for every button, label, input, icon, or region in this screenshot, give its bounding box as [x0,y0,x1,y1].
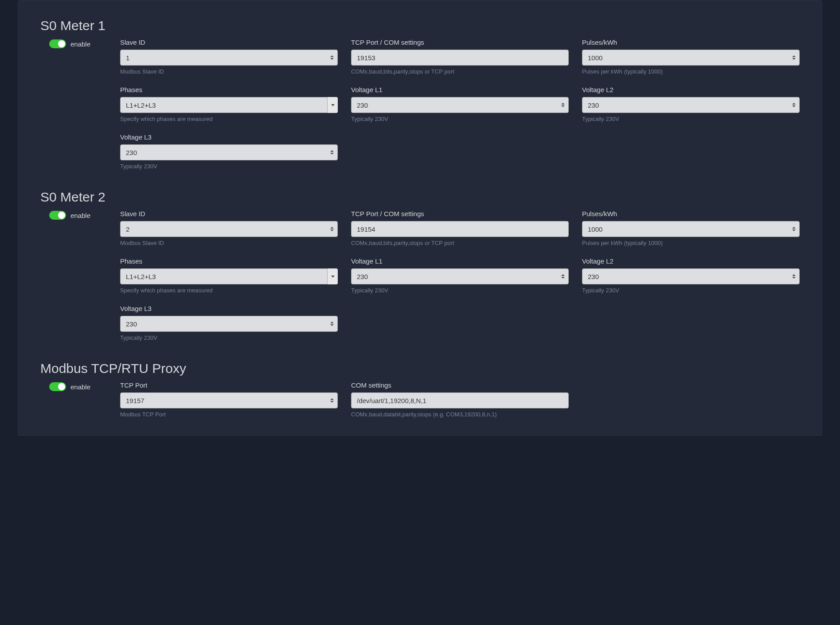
pulses-input-meter1[interactable] [582,50,800,66]
phases-select-meter2[interactable] [120,268,338,284]
voltage-l1-label: Voltage L1 [351,257,569,265]
voltage-l1-hint: Typically 230V [351,116,569,122]
section-title: S0 Meter 2 [40,190,800,205]
com-settings-label: COM settings [351,381,569,389]
settings-panel: S0 Meter 1 enable Slave ID M [18,0,822,436]
phases-hint: Specify which phases are measured [120,287,338,294]
voltage-l2-input-meter1[interactable] [582,97,800,113]
voltage-l1-hint: Typically 230V [351,287,569,294]
voltage-l1-label: Voltage L1 [351,86,569,93]
voltage-l3-hint: Typically 230V [120,334,338,341]
voltage-l2-input-meter2[interactable] [582,268,800,284]
voltage-l3-hint: Typically 230V [120,163,338,170]
section-title: Modbus TCP/RTU Proxy [40,361,800,376]
enable-label: enable [70,383,90,391]
voltage-l3-label: Voltage L3 [120,133,338,141]
voltage-l1-input-meter1[interactable] [351,97,569,113]
voltage-l2-hint: Typically 230V [582,116,800,122]
phases-select-meter1[interactable] [120,97,338,113]
phases-hint: Specify which phases are measured [120,116,338,122]
enable-toggle-meter2[interactable] [49,211,66,220]
slave-id-label: Slave ID [120,39,338,46]
voltage-l3-label: Voltage L3 [120,305,338,312]
tcp-port-hint: COMx,baud,bits,parity,stops or TCP port [351,240,569,246]
tcp-port-hint: COMx,baud,bits,parity,stops or TCP port [351,68,569,75]
phases-label: Phases [120,86,338,93]
section-s0-meter-2: S0 Meter 2 enable Slave ID M [40,190,800,341]
slave-id-input-meter1[interactable] [120,50,338,66]
com-settings-input-proxy[interactable] [351,392,569,408]
pulses-label: Pulses/kWh [582,39,800,46]
voltage-l3-input-meter1[interactable] [120,144,338,160]
section-title: S0 Meter 1 [40,18,800,33]
enable-label: enable [70,40,90,48]
pulses-input-meter2[interactable] [582,221,800,237]
com-settings-hint: COMx,baud,databit,parity,stops (e.g. COM… [351,411,569,418]
slave-id-input-meter2[interactable] [120,221,338,237]
slave-id-hint: Modbus Slave ID [120,240,338,246]
slave-id-hint: Modbus Slave ID [120,68,338,75]
section-s0-meter-1: S0 Meter 1 enable Slave ID M [40,18,800,170]
tcp-port-input-meter1[interactable] [351,50,569,66]
voltage-l2-label: Voltage L2 [582,257,800,265]
voltage-l2-hint: Typically 230V [582,287,800,294]
voltage-l3-input-meter2[interactable] [120,316,338,332]
enable-toggle-meter1[interactable] [49,39,66,48]
tcp-port-label: TCP Port [120,381,338,389]
enable-label: enable [70,212,90,219]
section-modbus-proxy: Modbus TCP/RTU Proxy enable TCP Port [40,361,800,418]
pulses-hint: Pulses per kWh (typically 1000) [582,68,800,75]
voltage-l1-input-meter2[interactable] [351,268,569,284]
pulses-hint: Pulses per kWh (typically 1000) [582,240,800,246]
tcp-port-label: TCP Port / COM settings [351,210,569,217]
pulses-label: Pulses/kWh [582,210,800,217]
voltage-l2-label: Voltage L2 [582,86,800,93]
tcp-port-label: TCP Port / COM settings [351,39,569,46]
tcp-port-input-meter2[interactable] [351,221,569,237]
phases-label: Phases [120,257,338,265]
enable-toggle-proxy[interactable] [49,382,66,391]
tcp-port-input-proxy[interactable] [120,392,338,408]
tcp-port-hint: Modbus TCP Port [120,411,338,418]
slave-id-label: Slave ID [120,210,338,217]
